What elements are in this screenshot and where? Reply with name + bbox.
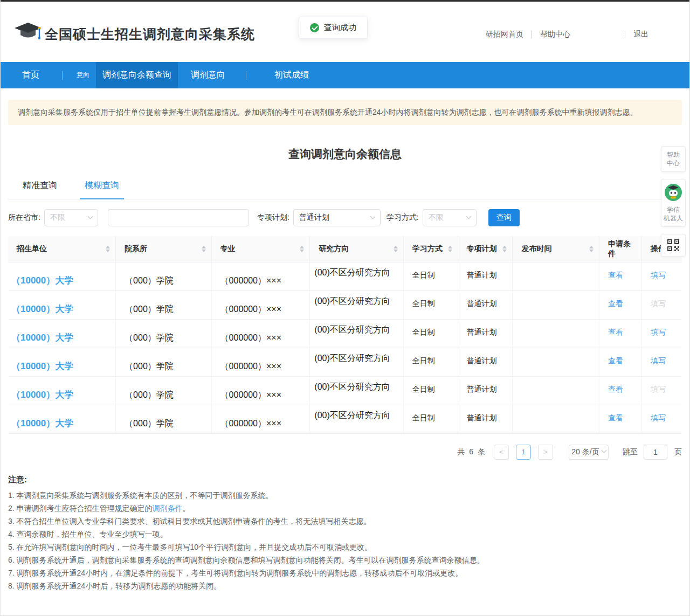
unit-link[interactable]: （10000）大学 [11, 390, 73, 400]
tab-fuzzy-query[interactable]: 模糊查询 [80, 180, 124, 199]
tab-precise-query[interactable]: 精准查询 [18, 180, 62, 199]
caret-down-icon [589, 250, 594, 252]
major-text: （000000）××× [220, 304, 281, 314]
column-label: 学习方式 [412, 244, 443, 254]
view-conditions-link[interactable]: 查看 [608, 356, 623, 365]
qr-code-widget[interactable] [661, 234, 686, 257]
table-header-row: 招生单位院系所专业研究方向学习方式专项计划发布时间申请条件操作 [8, 236, 682, 262]
province-select[interactable]: 不限 [44, 209, 98, 226]
link-logout[interactable]: 退出 [633, 30, 648, 39]
study-mode-text: 全日制 [412, 413, 435, 422]
nav-item-intention[interactable]: 意向 [70, 62, 96, 88]
fill-intention-link[interactable]: 填写 [651, 356, 666, 365]
column-header-unit[interactable]: 招生单位 [8, 236, 116, 262]
dept-text: （000）学院 [125, 304, 174, 314]
link-help-center[interactable]: 帮助中心 [540, 30, 570, 39]
jump-page-input[interactable] [644, 445, 667, 460]
note-item: 6. 调剂服务系统开通后，调剂意向采集服务系统的查询调剂意向余额信息和填写调剂意… [8, 553, 682, 566]
column-header-dept[interactable]: 院系所 [116, 236, 212, 262]
help-center-widget[interactable]: 帮助中心 [661, 146, 686, 172]
direction-text: (00)不区分研究方向 [314, 354, 390, 363]
caret-down-icon [394, 250, 398, 252]
nav-divider [62, 71, 63, 80]
plan-text: 普通计划 [467, 299, 497, 308]
note-item: 8. 调剂服务系统开通24小时后，转移为调剂志愿的功能将关闭。 [8, 579, 682, 592]
direction-text: (00)不区分研究方向 [314, 268, 390, 277]
sort-icon[interactable] [300, 246, 306, 252]
pagination: 共 6 条 < 1 > 20 条/页 跳至 页 [8, 445, 682, 460]
sort-icon[interactable] [448, 246, 454, 252]
chatbot-widget[interactable]: 学信机器人 [661, 179, 686, 227]
chevron-down-icon [601, 448, 606, 453]
major-text: （000000）××× [220, 333, 281, 342]
column-header-plan[interactable]: 专项计划 [458, 236, 513, 262]
direction-text: (00)不区分研究方向 [314, 325, 390, 334]
notes-title: 注意: [8, 475, 682, 485]
next-page-button[interactable]: > [538, 445, 553, 460]
page-title: 查询调剂意向余额信息 [1, 147, 689, 162]
view-conditions-link[interactable]: 查看 [608, 328, 623, 336]
fill-intention-link[interactable]: 填写 [651, 271, 666, 279]
chevron-down-icon [87, 213, 93, 219]
view-conditions-link[interactable]: 查看 [608, 271, 623, 279]
plan-text: 普通计划 [467, 413, 497, 422]
table-row: （10000）大学（000）学院（000000）×××(00)不区分研究方向全日… [8, 319, 682, 348]
major-text: （000000）××× [220, 390, 281, 399]
caret-up-icon [202, 246, 206, 248]
plan-select-value: 普通计划 [299, 213, 329, 223]
table-row: （10000）大学（000）学院（000000）×××(00)不区分研究方向全日… [8, 348, 682, 376]
page-number-button[interactable]: 1 [516, 445, 531, 460]
view-conditions-link[interactable]: 查看 [608, 299, 623, 308]
toast-message: 查询成功 [324, 23, 356, 33]
nav-item-home[interactable]: 首页 [7, 62, 54, 88]
table-row: （10000）大学（000）学院（000000）×××(00)不区分研究方向全日… [8, 290, 682, 319]
caret-down-icon [106, 250, 110, 252]
total-count: 共 6 条 [457, 447, 486, 457]
column-label: 研究方向 [319, 244, 349, 254]
link-graduate-home[interactable]: 研招网首页 [486, 30, 523, 39]
success-toast: 查询成功 [299, 17, 368, 39]
unit-link[interactable]: （10000）大学 [11, 304, 73, 314]
sort-icon[interactable] [502, 246, 509, 252]
study-mode-text: 全日制 [412, 328, 435, 336]
plan-select[interactable]: 普通计划 [293, 209, 381, 226]
view-conditions-link[interactable]: 查看 [608, 413, 623, 422]
graduation-cap-logo-icon [13, 21, 43, 46]
unit-link[interactable]: （10000）大学 [11, 418, 73, 428]
dept-text: （000）学院 [125, 390, 174, 399]
column-header-publish[interactable]: 发布时间 [513, 236, 599, 262]
view-conditions-link[interactable]: 查看 [608, 385, 623, 393]
help-line: 帮助 [667, 150, 680, 159]
study-mode-select[interactable]: 不限 [423, 209, 477, 226]
unit-search-input[interactable] [108, 209, 249, 226]
search-button[interactable]: 查询 [488, 209, 520, 226]
column-header-direction[interactable]: 研究方向 [310, 236, 403, 262]
column-label: 专业 [220, 244, 236, 254]
note-item: 4. 查询余额时，招生单位、专业至少填写一项。 [8, 528, 682, 541]
prev-page-button[interactable]: < [494, 445, 509, 460]
unit-link[interactable]: （10000）大学 [11, 361, 73, 371]
dept-text: （000）学院 [125, 362, 174, 371]
sort-icon[interactable] [589, 246, 596, 252]
sort-icon[interactable] [202, 246, 208, 252]
column-header-study[interactable]: 学习方式 [403, 236, 458, 262]
dept-text: （000）学院 [125, 276, 174, 285]
unit-link[interactable]: （10000）大学 [11, 275, 73, 286]
page-size-select[interactable]: 20 条/页 [569, 445, 609, 460]
notes-list: 1. 本调剂意向采集系统与调剂服务系统有本质的区别，不等同于调剂服务系统。2. … [8, 489, 682, 592]
nav-item-quota-query[interactable]: 调剂意向余额查询 [96, 62, 178, 88]
nav-item-initial-scores[interactable]: 初试成绩 [254, 62, 329, 88]
transfer-conditions-link[interactable]: 调剂条件 [153, 504, 183, 513]
major-text: （000000）××× [220, 419, 281, 428]
column-header-major[interactable]: 专业 [211, 236, 310, 262]
nav-item-adjust-intention[interactable]: 调剂意向 [178, 62, 238, 88]
prev-icon: < [499, 448, 503, 456]
fill-intention-link[interactable]: 填写 [651, 413, 666, 422]
notes-section: 注意: 1. 本调剂意向采集系统与调剂服务系统有本质的区别，不等同于调剂服务系统… [8, 475, 682, 592]
robot-line: 学信 [664, 205, 683, 214]
fill-intention-link[interactable]: 填写 [651, 328, 666, 336]
plan-text: 普通计划 [467, 328, 497, 336]
sort-icon[interactable] [106, 246, 112, 252]
sort-icon[interactable] [394, 246, 400, 252]
unit-link[interactable]: （10000）大学 [11, 333, 73, 343]
